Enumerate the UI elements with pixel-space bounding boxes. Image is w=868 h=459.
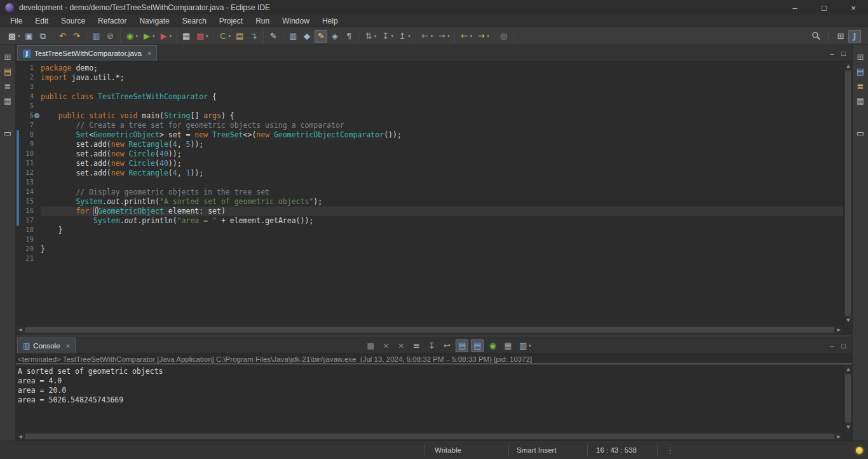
outline-icon[interactable]: ≣ bbox=[855, 81, 866, 92]
window-close-button[interactable]: × bbox=[839, 0, 868, 15]
code-line-6[interactable]: public static void main(String[] args) { bbox=[41, 111, 843, 121]
line-number-gutter[interactable]: 123456789101112131415161718192021 bbox=[16, 62, 40, 325]
code-line-17[interactable]: System.out.println("area = " + element.g… bbox=[41, 216, 843, 226]
editor-vertical-scrollbar[interactable]: ▲ ▼ bbox=[843, 62, 852, 325]
minimized-document-icon[interactable]: ▭ bbox=[2, 128, 13, 139]
show-stdout-when-changed-icon[interactable]: ▤ bbox=[456, 339, 468, 352]
scroll-down-icon[interactable]: ▼ bbox=[844, 423, 853, 432]
open-console-dropdown-icon[interactable]: ▥▾ bbox=[517, 339, 532, 352]
gutter-line-2[interactable]: 2 bbox=[16, 73, 40, 83]
status-insert-mode[interactable]: Smart Insert bbox=[517, 441, 557, 459]
new-java-project-icon[interactable]: ▦ bbox=[180, 30, 193, 43]
open-type-icon[interactable]: ◈ bbox=[329, 30, 341, 43]
code-line-21[interactable] bbox=[41, 254, 843, 264]
dropdown-arrow-icon[interactable]: ▾ bbox=[487, 34, 489, 39]
menu-edit[interactable]: Edit bbox=[29, 15, 55, 27]
prev-edit-location-icon[interactable]: ←▾ bbox=[458, 30, 474, 43]
gutter-line-10[interactable]: 10 bbox=[16, 149, 40, 159]
dropdown-arrow-icon[interactable]: ▾ bbox=[18, 34, 20, 39]
gutter-line-11[interactable]: 11 bbox=[16, 159, 40, 168]
console-output[interactable]: A sorted set of geometric objectsarea = … bbox=[16, 365, 843, 432]
gutter-line-8[interactable]: 8 bbox=[16, 130, 40, 140]
scroll-lock-icon[interactable]: ↧ bbox=[425, 339, 438, 352]
code-line-4[interactable]: public class TestTreeSetWithComparator { bbox=[41, 92, 843, 102]
prev-annotation-icon[interactable]: ↥▾ bbox=[396, 30, 412, 43]
word-wrap-icon[interactable]: ↩ bbox=[440, 339, 453, 352]
menu-help[interactable]: Help bbox=[316, 15, 344, 27]
dropdown-arrow-icon[interactable]: ▾ bbox=[374, 34, 377, 39]
gutter-line-9[interactable]: 9 bbox=[16, 140, 40, 149]
save-icon[interactable]: ▣ bbox=[23, 30, 36, 43]
restore-left-panel-icon[interactable]: ⊞ bbox=[2, 51, 13, 63]
javadoc-icon[interactable]: ▥ bbox=[287, 30, 299, 43]
dropdown-arrow-icon[interactable]: ▾ bbox=[408, 34, 410, 39]
code-line-10[interactable]: set.add(new Circle(40)); bbox=[41, 149, 843, 159]
gutter-line-6[interactable]: 6 bbox=[16, 111, 40, 121]
remove-all-launches-icon[interactable]: × bbox=[395, 339, 407, 352]
code-line-5[interactable] bbox=[41, 102, 843, 111]
dropdown-arrow-icon[interactable]: ▾ bbox=[206, 34, 208, 39]
remove-launch-icon[interactable]: × bbox=[379, 339, 392, 352]
code-line-15[interactable]: System.out.println("A sorted set of geom… bbox=[41, 197, 843, 207]
menu-project[interactable]: Project bbox=[213, 15, 249, 27]
dropdown-arrow-icon[interactable]: ▾ bbox=[391, 34, 394, 39]
forward-icon[interactable]: →▾ bbox=[435, 30, 451, 43]
show-stderr-when-changed-icon[interactable]: ▤ bbox=[471, 339, 484, 352]
editor-horizontal-scrollbar[interactable]: ◀ ▶ bbox=[16, 325, 843, 334]
dropdown-arrow-icon[interactable]: ▾ bbox=[431, 34, 433, 39]
gutter-line-4[interactable]: 4 bbox=[16, 92, 40, 102]
pin-console-icon[interactable]: ◉ bbox=[486, 339, 499, 352]
templates-view-icon[interactable]: ▭ bbox=[855, 128, 866, 139]
gutter-line-16[interactable]: 16 bbox=[16, 207, 40, 216]
window-minimize-button[interactable]: – bbox=[780, 0, 810, 15]
new-wizard-icon[interactable]: ▩▾ bbox=[6, 30, 22, 43]
window-maximize-button[interactable]: □ bbox=[810, 0, 839, 15]
console-hscroll-thumb[interactable] bbox=[25, 434, 834, 439]
menu-window[interactable]: Window bbox=[276, 15, 316, 27]
minimize-console-icon[interactable]: – bbox=[830, 342, 834, 350]
code-line-20[interactable]: } bbox=[41, 245, 843, 254]
debug-icon[interactable]: ◉▾ bbox=[124, 30, 140, 43]
open-folder-icon[interactable]: ▤ bbox=[233, 30, 246, 43]
console-tab[interactable]: ▥ Console × bbox=[17, 338, 76, 353]
code-editor[interactable]: 123456789101112131415161718192021 packag… bbox=[16, 62, 852, 325]
gutter-line-5[interactable]: 5 bbox=[16, 102, 40, 111]
jar-icon[interactable]: ◆ bbox=[301, 30, 313, 43]
menu-search[interactable]: Search bbox=[176, 15, 213, 27]
profile-icon[interactable]: ▶▾ bbox=[158, 30, 173, 43]
code-line-16[interactable]: for (GeometricObject element: set) bbox=[41, 207, 843, 216]
dropdown-arrow-icon[interactable]: ▾ bbox=[447, 34, 450, 39]
package-explorer-icon[interactable]: ▤ bbox=[2, 66, 13, 78]
mark-occurrences-icon[interactable]: ✎ bbox=[315, 30, 327, 43]
gutter-line-14[interactable]: 14 bbox=[16, 188, 40, 197]
next-annotation-icon[interactable]: ↧▾ bbox=[379, 30, 395, 43]
console-vertical-scrollbar[interactable]: ▲ ▼ bbox=[843, 365, 852, 432]
code-line-3[interactable] bbox=[41, 83, 843, 92]
menu-run[interactable]: Run bbox=[249, 15, 276, 27]
open-perspective-icon[interactable]: ⊞ bbox=[834, 30, 847, 43]
dropdown-arrow-icon[interactable]: ▾ bbox=[229, 34, 231, 39]
undo-icon[interactable]: ↶ bbox=[57, 30, 69, 43]
type-hierarchy-icon[interactable]: ≣ bbox=[2, 81, 13, 92]
maximize-editor-icon[interactable]: □ bbox=[841, 50, 846, 57]
dropdown-arrow-icon[interactable]: ▾ bbox=[529, 343, 531, 348]
code-line-14[interactable]: // Display geometric objects in the tree… bbox=[41, 188, 843, 197]
code-line-19[interactable] bbox=[41, 235, 843, 245]
editor-hscroll-thumb[interactable] bbox=[25, 327, 834, 332]
search-icon[interactable] bbox=[810, 30, 822, 42]
junit-view-icon[interactable]: ▦ bbox=[2, 95, 13, 107]
gutter-line-20[interactable]: 20 bbox=[16, 245, 40, 254]
clear-console-icon[interactable]: ≡ bbox=[410, 339, 423, 352]
scroll-up-icon[interactable]: ▲ bbox=[844, 365, 853, 374]
gutter-line-12[interactable]: 12 bbox=[16, 168, 40, 178]
status-drag-handle[interactable]: ⋮ bbox=[666, 441, 674, 459]
code-line-1[interactable]: package demo; bbox=[41, 64, 843, 73]
gutter-line-1[interactable]: 1 bbox=[16, 64, 40, 73]
pin-editor-icon[interactable]: ◎ bbox=[498, 30, 510, 43]
run-icon[interactable]: ▶▾ bbox=[140, 30, 156, 43]
gutter-line-21[interactable]: 21 bbox=[16, 254, 40, 264]
display-selected-console-icon[interactable]: ▦ bbox=[501, 339, 514, 352]
scroll-left-icon[interactable]: ◀ bbox=[16, 325, 25, 334]
minimize-editor-icon[interactable]: – bbox=[830, 50, 834, 57]
code-line-8[interactable]: Set<GeometricObject> set = new TreeSet<>… bbox=[41, 130, 843, 140]
